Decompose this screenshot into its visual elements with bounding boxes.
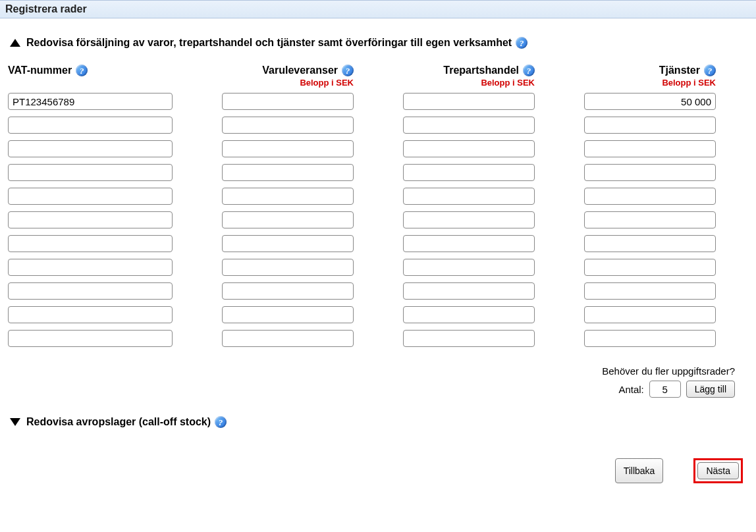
add-rows-question: Behöver du fler uppgiftsrader? (602, 365, 735, 377)
form-grid: VAT-nummer . Varuleveranser Belopp i SEK… (8, 65, 748, 354)
triangular-row7-input[interactable] (403, 259, 535, 276)
page-title: Registrera rader (0, 0, 756, 18)
vat-row3-cell (8, 164, 173, 181)
col-label-services: Tjänster (659, 65, 700, 76)
nav-buttons: Tillbaka Nästa (8, 456, 748, 490)
next-button-highlight: Nästa (693, 458, 743, 483)
goods-row7-input[interactable] (222, 259, 354, 276)
goods-row6-cell (222, 235, 354, 252)
col-sub-services: Belopp i SEK (584, 78, 716, 88)
col-label-triangular: Trepartshandel (443, 65, 519, 76)
help-icon[interactable] (704, 65, 716, 76)
services-row3-input[interactable] (584, 164, 716, 181)
goods-row8-input[interactable] (222, 282, 354, 300)
triangular-row8-cell (403, 282, 535, 300)
services-row4-input[interactable] (584, 188, 716, 205)
triangular-row4-cell (403, 188, 535, 205)
services-row1-input[interactable] (584, 117, 716, 134)
triangular-row1-cell (403, 117, 535, 134)
goods-row8-cell (222, 282, 354, 300)
help-icon[interactable] (76, 65, 88, 76)
services-row6-input[interactable] (584, 235, 716, 252)
services-row10-input[interactable] (584, 330, 716, 347)
triangular-row4-input[interactable] (403, 188, 535, 205)
add-rows-block: Behöver du fler uppgiftsrader? Antal: Lä… (8, 365, 748, 398)
triangular-row9-cell (403, 306, 535, 323)
services-row2-input[interactable] (584, 140, 716, 157)
services-row7-input[interactable] (584, 259, 716, 276)
goods-row6-input[interactable] (222, 235, 354, 252)
triangular-row6-input[interactable] (403, 235, 535, 252)
triangular-row7-cell (403, 259, 535, 276)
chevron-down-icon[interactable] (8, 415, 22, 429)
help-icon[interactable] (342, 65, 354, 76)
goods-row10-input[interactable] (222, 330, 354, 347)
help-icon[interactable] (215, 416, 227, 428)
section2-title: Redovisa avropslager (call-off stock) (26, 416, 211, 428)
services-row2-cell (584, 140, 716, 157)
chevron-up-icon[interactable] (8, 36, 22, 50)
triangular-row2-input[interactable] (403, 140, 535, 157)
vat-row0-input[interactable] (8, 93, 173, 110)
triangular-row10-cell (403, 330, 535, 347)
triangular-row0-cell (403, 93, 535, 110)
content-area: Redovisa försäljning av varor, trepartsh… (0, 18, 756, 498)
triangular-row3-input[interactable] (403, 164, 535, 181)
vat-row10-input[interactable] (8, 330, 173, 347)
goods-row5-input[interactable] (222, 211, 354, 228)
triangular-row10-input[interactable] (403, 330, 535, 347)
vat-row7-input[interactable] (8, 259, 173, 276)
help-icon[interactable] (516, 37, 527, 49)
vat-row2-input[interactable] (8, 140, 173, 157)
goods-row1-input[interactable] (222, 117, 354, 134)
section1-form: VAT-nummer . Varuleveranser Belopp i SEK… (8, 65, 748, 398)
services-row0-cell (584, 93, 716, 110)
vat-row7-cell (8, 259, 173, 276)
svg-marker-1 (10, 418, 20, 426)
goods-row5-cell (222, 211, 354, 228)
add-rows-button[interactable]: Lägg till (686, 381, 735, 398)
vat-row8-input[interactable] (8, 282, 173, 300)
vat-row4-input[interactable] (8, 188, 173, 205)
services-row7-cell (584, 259, 716, 276)
triangular-row0-input[interactable] (403, 93, 535, 110)
triangular-row1-input[interactable] (403, 117, 535, 134)
add-rows-count-input[interactable] (649, 381, 681, 398)
vat-row5-input[interactable] (8, 211, 173, 228)
back-button[interactable]: Tillbaka (615, 458, 664, 483)
col-head-vat: VAT-nummer . (8, 65, 173, 88)
goods-row4-cell (222, 188, 354, 205)
services-row0-input[interactable] (584, 93, 716, 110)
goods-row2-input[interactable] (222, 140, 354, 157)
triangular-row8-input[interactable] (403, 282, 535, 300)
vat-row9-cell (8, 306, 173, 323)
services-row9-input[interactable] (584, 306, 716, 323)
goods-row9-input[interactable] (222, 306, 354, 323)
triangular-row9-input[interactable] (403, 306, 535, 323)
vat-row1-input[interactable] (8, 117, 173, 134)
svg-marker-0 (10, 39, 20, 47)
vat-row6-input[interactable] (8, 235, 173, 252)
goods-row0-input[interactable] (222, 93, 354, 110)
services-row1-cell (584, 117, 716, 134)
services-row5-input[interactable] (584, 211, 716, 228)
col-head-services: Tjänster Belopp i SEK (584, 65, 716, 88)
services-row8-input[interactable] (584, 282, 716, 300)
goods-row3-input[interactable] (222, 164, 354, 181)
vat-row6-cell (8, 235, 173, 252)
section1-header: Redovisa försäljning av varor, trepartsh… (8, 36, 748, 50)
triangular-row2-cell (403, 140, 535, 157)
vat-row9-input[interactable] (8, 306, 173, 323)
help-icon[interactable] (523, 65, 535, 76)
col-head-goods: Varuleveranser Belopp i SEK (222, 65, 354, 88)
triangular-row5-input[interactable] (403, 211, 535, 228)
services-row3-cell (584, 164, 716, 181)
vat-row0-cell (8, 93, 173, 110)
triangular-row5-cell (403, 211, 535, 228)
goods-row0-cell (222, 93, 354, 110)
vat-row8-cell (8, 282, 173, 300)
vat-row3-input[interactable] (8, 164, 173, 181)
goods-row4-input[interactable] (222, 188, 354, 205)
next-button[interactable]: Nästa (697, 462, 739, 479)
services-row4-cell (584, 188, 716, 205)
